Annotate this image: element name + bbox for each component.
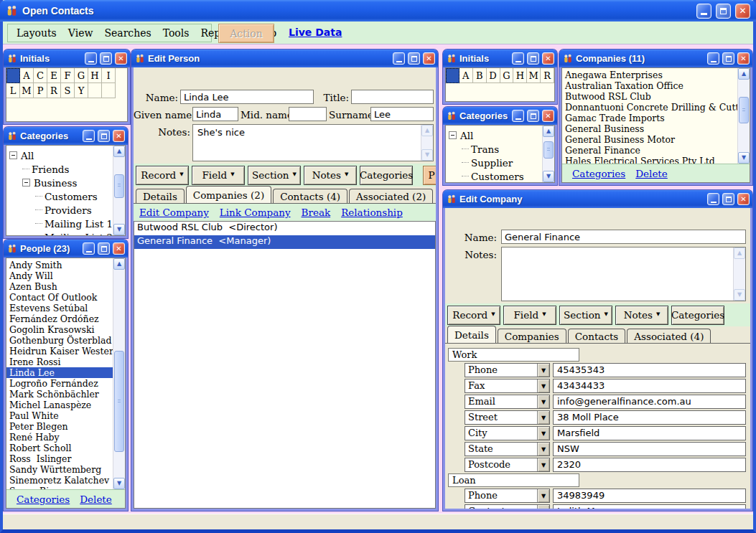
tab-associated-4[interactable]: Associated (4): [627, 329, 711, 343]
list-item[interactable]: General Business: [562, 123, 737, 134]
list-item[interactable]: Gothenburg Österblad: [6, 335, 113, 346]
list-item[interactable]: Michel Lanaspèze: [6, 400, 113, 410]
tree-item[interactable]: All: [446, 128, 542, 142]
field-type-select[interactable]: Street▼: [465, 410, 550, 425]
list-item[interactable]: Anegawa Enterprises: [562, 70, 737, 80]
list-item[interactable]: General Finance: [562, 145, 737, 156]
list-item[interactable]: Paul White: [6, 410, 113, 421]
mid-name-input[interactable]: [289, 107, 327, 121]
window-titlebar[interactable]: Edit Company ✕: [443, 190, 752, 208]
field-button[interactable]: Field▼: [192, 166, 245, 185]
list-item[interactable]: Butwood RSL Club <Director): [134, 222, 435, 235]
list-item[interactable]: Ross Islinger: [6, 453, 113, 464]
dropdown-arrow-icon[interactable]: ▼: [537, 395, 549, 408]
scroll-thumb[interactable]: [543, 141, 554, 159]
initial-cell[interactable]: M: [527, 68, 541, 83]
maximize-button[interactable]: [527, 52, 539, 65]
tree-item[interactable]: Business: [6, 176, 113, 189]
tree-item[interactable]: All: [6, 148, 113, 162]
scrollbar[interactable]: ▲ ▼: [542, 126, 554, 182]
list-item[interactable]: Linda Lee: [6, 367, 113, 378]
list-item[interactable]: Irene Rossi: [6, 357, 113, 367]
maximize-button[interactable]: [722, 52, 734, 65]
scrollbar[interactable]: ▲ ▼: [113, 146, 125, 235]
categories-link[interactable]: Categories: [572, 168, 625, 179]
action-button[interactable]: Action: [218, 24, 274, 43]
initial-cell[interactable]: [446, 68, 459, 83]
section-header-input[interactable]: Loan: [448, 473, 579, 487]
name-input[interactable]: Linda Lee: [180, 90, 314, 104]
field-value-input[interactable]: info@generalfinance.com.au: [553, 395, 746, 409]
list-item[interactable]: Gogolin Krasowski: [6, 324, 113, 335]
section-button[interactable]: Section▼: [559, 306, 612, 325]
close-button[interactable]: ✕: [737, 52, 750, 65]
link-company-link[interactable]: Link Company: [220, 207, 291, 218]
initial-cell[interactable]: L: [6, 83, 20, 98]
maximize-button[interactable]: [716, 4, 731, 19]
categories-button[interactable]: Categories: [360, 166, 413, 185]
field-type-select[interactable]: Postcode▼: [465, 458, 550, 472]
tree-item[interactable]: Mailing List 2: [6, 230, 113, 236]
maximize-button[interactable]: [98, 242, 110, 255]
dropdown-arrow-icon[interactable]: ▼: [537, 443, 549, 456]
close-button[interactable]: ✕: [735, 4, 750, 19]
close-button[interactable]: ✕: [737, 193, 750, 205]
tree-expander-icon[interactable]: [9, 151, 17, 159]
record-button[interactable]: Record▼: [447, 306, 500, 325]
initial-cell[interactable]: R: [47, 83, 61, 98]
maximize-button[interactable]: [98, 130, 110, 142]
list-item[interactable]: Azen Bush: [6, 281, 113, 292]
list-item[interactable]: Heidrun Kaiser Westermeier: [6, 346, 113, 357]
minimize-button[interactable]: [707, 193, 719, 205]
initial-cell[interactable]: [102, 83, 116, 98]
scroll-up-icon[interactable]: ▲: [738, 68, 750, 80]
field-type-select[interactable]: Phone▼: [465, 489, 550, 503]
maximize-button[interactable]: [527, 110, 539, 122]
tree-item[interactable]: Customers: [6, 189, 113, 203]
tab-details[interactable]: Details: [447, 326, 496, 343]
title-input[interactable]: [351, 90, 434, 104]
dropdown-arrow-icon[interactable]: ▼: [537, 427, 549, 440]
initial-cell[interactable]: [88, 83, 102, 98]
scroll-down-icon[interactable]: ▼: [543, 171, 554, 182]
dropdown-arrow-icon[interactable]: ▼: [537, 458, 549, 471]
initial-cell[interactable]: F: [61, 68, 75, 83]
window-titlebar[interactable]: People (23) ✕: [4, 240, 128, 258]
scroll-up-icon[interactable]: ▲: [113, 146, 125, 157]
maximize-button[interactable]: [722, 193, 734, 205]
minimize-button[interactable]: [83, 130, 95, 142]
p-button[interactable]: P: [423, 166, 436, 185]
break-link[interactable]: Break: [302, 207, 331, 218]
field-button[interactable]: Field▼: [503, 306, 556, 325]
given-name-input[interactable]: Linda: [192, 107, 238, 121]
dropdown-arrow-icon[interactable]: ▼: [537, 411, 549, 424]
delete-link[interactable]: Delete: [80, 494, 112, 505]
tree-expander-icon[interactable]: [449, 131, 457, 139]
field-value-input[interactable]: 2320: [553, 458, 746, 472]
dropdown-arrow-icon[interactable]: ▼: [537, 489, 549, 502]
tree-item[interactable]: Supplier: [446, 156, 542, 169]
initial-cell[interactable]: C: [34, 68, 47, 83]
list-item[interactable]: Gamac Trade Imports: [562, 113, 737, 123]
initial-cell[interactable]: A: [20, 68, 34, 83]
scroll-up-icon[interactable]: ▲: [421, 125, 433, 136]
tree-expander-icon[interactable]: [22, 179, 30, 187]
field-type-select[interactable]: Contact▼: [465, 504, 550, 509]
list-item[interactable]: General Finance <Manager): [134, 235, 435, 249]
notes-textarea[interactable]: ▲ ▼: [501, 247, 746, 301]
dropdown-arrow-icon[interactable]: ▼: [537, 505, 549, 509]
list-item[interactable]: Contact Of Outlook: [6, 292, 113, 303]
window-titlebar[interactable]: Categories ✕: [443, 107, 557, 125]
list-item[interactable]: Fernández Ordóñez: [6, 313, 113, 324]
scroll-up-icon[interactable]: ▲: [543, 126, 554, 137]
scroll-down-icon[interactable]: ▼: [738, 152, 750, 164]
section-header-input[interactable]: Work: [448, 348, 579, 362]
initial-cell[interactable]: R: [541, 68, 554, 83]
categories-button[interactable]: Categories: [671, 306, 724, 325]
menu-searches[interactable]: Searches: [98, 27, 157, 39]
list-item[interactable]: Australian Taxation Office: [562, 80, 737, 91]
initial-cell[interactable]: A: [459, 68, 473, 83]
field-type-select[interactable]: Fax▼: [465, 379, 550, 393]
categories-link[interactable]: Categories: [17, 494, 70, 505]
list-item[interactable]: General Business Motor: [562, 134, 737, 145]
